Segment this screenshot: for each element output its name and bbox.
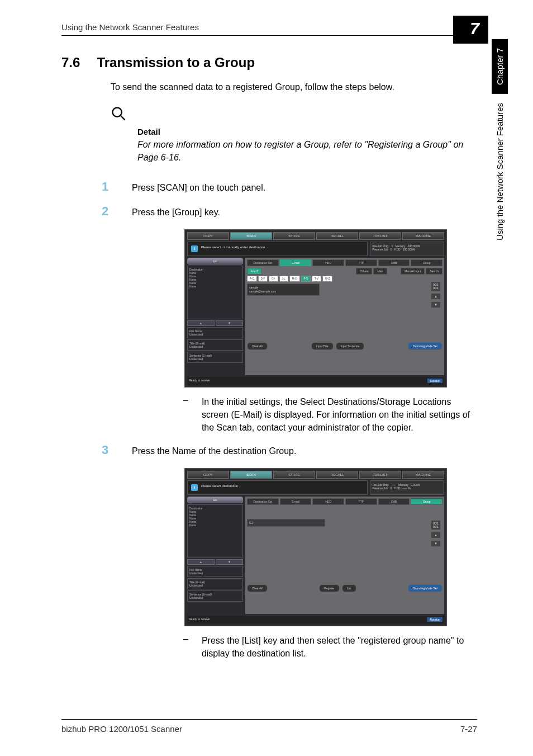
- tab-machine-2[interactable]: MACHINE: [402, 471, 444, 479]
- alpha-ac[interactable]: A-C: [247, 276, 257, 282]
- status-memory-label: Memory: [395, 244, 405, 248]
- main-button[interactable]: Main: [373, 268, 387, 275]
- group-button-2[interactable]: Group: [411, 498, 442, 505]
- status-prejob-label-2: Pre-Job Orig.: [373, 483, 389, 486]
- dest-down-icon[interactable]: ▼: [216, 320, 243, 326]
- address-entry[interactable]: sample sample@sample.com: [247, 284, 320, 296]
- title-value: Undecided: [189, 345, 241, 348]
- sentence-panel: Sentence (E-mail) Undecided: [187, 352, 243, 363]
- tab-copy[interactable]: COPY: [187, 232, 229, 240]
- info-message-2: i Please select destination: [187, 480, 368, 495]
- sentence-panel-2: Sentence (E-mail) Undecided: [187, 590, 243, 602]
- page-up-icon-2[interactable]: ▲: [431, 532, 441, 538]
- clear-all-button-2[interactable]: Clear All: [247, 584, 268, 592]
- others-button[interactable]: Others: [356, 268, 372, 275]
- chapter-badge: 7: [453, 16, 488, 44]
- hdd-button[interactable]: HDD: [312, 259, 344, 266]
- atoz-button[interactable]: A to Z: [247, 268, 262, 275]
- info-message-text: Please select or manually enter destinat…: [201, 245, 265, 249]
- destination-set-button-2[interactable]: Destination Set: [247, 498, 279, 505]
- alpha-df[interactable]: D-F: [258, 276, 268, 282]
- entry-addr: sample@sample.com: [249, 290, 317, 294]
- rotation-indicator-2: Rotation: [427, 617, 442, 622]
- destination-panel-2: Destination None None None None None: [187, 504, 243, 558]
- note-1-text: In the initial settings, the Select Dest…: [202, 395, 477, 434]
- tab-scan[interactable]: SCAN: [230, 232, 272, 240]
- title-value-2: Undecided: [189, 584, 241, 587]
- smb-button-2[interactable]: SMB: [378, 498, 410, 505]
- step-2-text: Press the [Group] key.: [132, 206, 220, 219]
- search-button[interactable]: Search: [426, 268, 442, 275]
- status-reserve-val: 0: [391, 248, 392, 251]
- sentence-value-2: Undecided: [189, 596, 241, 599]
- page-down-icon[interactable]: ▼: [431, 301, 441, 308]
- title-panel-2: Title (E-mail) Undecided: [187, 578, 243, 589]
- scanning-mode-set-button-2[interactable]: Scanning Mode Set: [408, 584, 442, 592]
- dest-up-icon[interactable]: ▲: [187, 320, 215, 326]
- step-3-number: 3: [102, 443, 111, 457]
- info-icon-2: i: [191, 484, 198, 491]
- tab-store[interactable]: STORE: [273, 232, 315, 240]
- group-entry[interactable]: G1: [247, 519, 325, 527]
- list-button[interactable]: List: [187, 258, 243, 264]
- group-button[interactable]: Group: [411, 259, 442, 266]
- step-1-number: 1: [102, 179, 111, 194]
- list-button-bottom[interactable]: List: [342, 584, 356, 592]
- tab-store-2[interactable]: STORE: [273, 471, 315, 479]
- email-button[interactable]: E-mail: [280, 259, 312, 266]
- list-button-2[interactable]: List: [187, 497, 243, 503]
- alpha-ps[interactable]: P-S: [301, 276, 311, 282]
- alpha-wz[interactable]: W-Z: [322, 276, 332, 282]
- status-memory-pct-2: 0.000%: [411, 483, 420, 486]
- register-button[interactable]: Register: [319, 584, 340, 592]
- page-counter-2: 001 001: [431, 520, 441, 530]
- tab-joblist-2[interactable]: JOB LIST: [359, 471, 401, 479]
- alpha-jl[interactable]: J-L: [279, 276, 288, 282]
- tab-recall[interactable]: RECALL: [316, 232, 358, 240]
- manual-input-button[interactable]: Manual Input: [401, 268, 425, 275]
- step-1-text: Press [SCAN] on the touch panel.: [132, 182, 265, 194]
- status-memory-label-2: Memory: [398, 483, 408, 486]
- status-prejob-label: Pre-Job Orig.: [373, 244, 389, 248]
- tab-recall-2[interactable]: RECALL: [316, 471, 358, 479]
- dest-up-icon-2[interactable]: ▲: [187, 559, 215, 565]
- status-hdd-pct: 100.000%: [403, 248, 416, 251]
- tab-copy-2[interactable]: COPY: [187, 471, 229, 479]
- scanning-mode-set-button[interactable]: Scanning Mode Set: [408, 342, 442, 350]
- alpha-tv[interactable]: T-V: [312, 276, 321, 282]
- page-down-icon-2[interactable]: ▼: [431, 540, 441, 547]
- statusbar-ready-2: Ready to receive: [189, 617, 210, 622]
- filename-value-2: Undecided: [189, 571, 241, 575]
- status-memory-pct: 100.000%: [408, 244, 421, 248]
- status-hdd-label-2: HDD: [394, 486, 401, 490]
- step-2-number: 2: [102, 204, 111, 219]
- screenshot-1: COPY SCAN STORE RECALL JOB LIST MACHINE …: [184, 229, 447, 388]
- status-reserve-label: Reserve Job: [373, 248, 388, 251]
- input-sentence-button[interactable]: Input Sentence: [336, 342, 365, 350]
- header-title: Using the Network Scanner Features: [61, 22, 199, 32]
- detail-heading: Detail: [137, 127, 477, 136]
- input-title-button[interactable]: Input Title: [311, 342, 334, 350]
- tab-machine[interactable]: MACHINE: [402, 232, 444, 240]
- tab-scan-2[interactable]: SCAN: [230, 471, 272, 479]
- email-button-2[interactable]: E-mail: [280, 498, 312, 505]
- ftp-button[interactable]: FTP: [345, 259, 377, 266]
- destination-set-button[interactable]: Destination Set: [247, 259, 279, 266]
- status-hdd-pct-2: ----- %: [403, 486, 411, 490]
- footer-model: bizhub PRO 1200/1051 Scanner: [61, 724, 182, 734]
- ftp-button-2[interactable]: FTP: [345, 498, 377, 505]
- alpha-gi[interactable]: G-I: [269, 276, 278, 282]
- detail-text: For more information on how to register …: [137, 139, 473, 164]
- note-dash-1: –: [183, 395, 188, 434]
- alpha-mo[interactable]: M-O: [289, 276, 300, 282]
- smb-button[interactable]: SMB: [378, 259, 410, 266]
- dest-down-icon-2[interactable]: ▼: [216, 559, 243, 565]
- page-up-icon[interactable]: ▲: [431, 293, 441, 300]
- note-2-text: Press the [List] key and then select the…: [202, 634, 477, 660]
- tab-joblist[interactable]: JOB LIST: [359, 232, 401, 240]
- page-counter: 001 001: [431, 281, 441, 291]
- destination-panel: Destination None None None None None: [187, 266, 243, 319]
- hdd-button-2[interactable]: HDD: [312, 498, 344, 505]
- status-prejob-val: 1: [391, 244, 393, 248]
- clear-all-button[interactable]: Clear All: [247, 342, 268, 350]
